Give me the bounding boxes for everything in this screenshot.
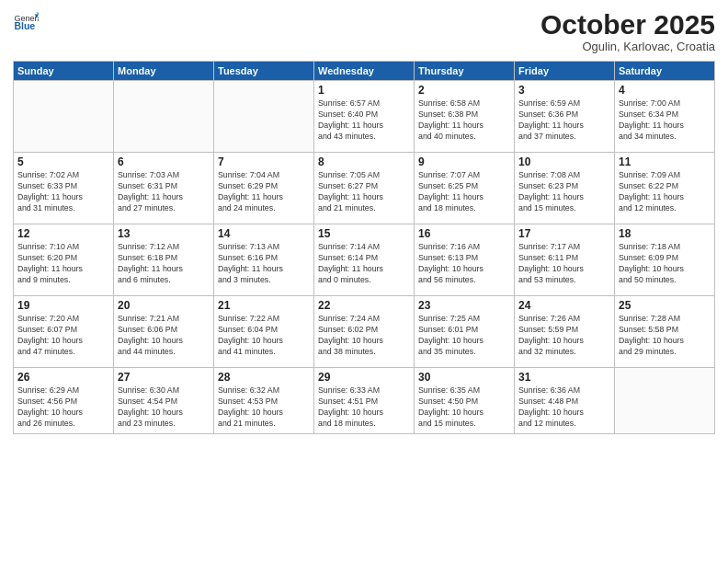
day-number: 28 xyxy=(218,371,310,384)
day-number: 17 xyxy=(518,227,610,240)
day-info: Sunrise: 7:09 AM Sunset: 6:22 PM Dayligh… xyxy=(619,170,711,214)
calendar-cell-w3-d5: 17Sunrise: 7:17 AM Sunset: 6:11 PM Dayli… xyxy=(515,224,615,296)
calendar-cell-w4-d0: 19Sunrise: 7:20 AM Sunset: 6:07 PM Dayli… xyxy=(14,296,114,368)
day-number: 18 xyxy=(619,227,711,240)
logo-icon: General Blue xyxy=(13,9,39,35)
day-number: 7 xyxy=(218,155,310,168)
day-number: 1 xyxy=(318,84,410,97)
day-number: 14 xyxy=(218,227,310,240)
day-info: Sunrise: 7:16 AM Sunset: 6:13 PM Dayligh… xyxy=(418,242,510,286)
day-info: Sunrise: 6:58 AM Sunset: 6:38 PM Dayligh… xyxy=(418,98,510,143)
calendar-cell-w2-d6: 11Sunrise: 7:09 AM Sunset: 6:22 PM Dayli… xyxy=(615,153,715,224)
calendar-cell-w2-d0: 5Sunrise: 7:02 AM Sunset: 6:33 PM Daylig… xyxy=(14,153,114,224)
day-number: 2 xyxy=(418,84,510,97)
calendar-cell-w2-d4: 9Sunrise: 7:07 AM Sunset: 6:25 PM Daylig… xyxy=(415,153,515,224)
title-block: October 2025 Ogulin, Karlovac, Croatia xyxy=(540,9,715,53)
calendar-cell-w1-d2 xyxy=(214,81,314,153)
day-number: 13 xyxy=(118,227,210,240)
calendar-week-2: 5Sunrise: 7:02 AM Sunset: 6:33 PM Daylig… xyxy=(14,153,715,224)
day-info: Sunrise: 7:02 AM Sunset: 6:33 PM Dayligh… xyxy=(17,170,109,214)
calendar-cell-w1-d6: 4Sunrise: 7:00 AM Sunset: 6:34 PM Daylig… xyxy=(615,81,715,153)
calendar-cell-w3-d1: 13Sunrise: 7:12 AM Sunset: 6:18 PM Dayli… xyxy=(114,224,214,296)
calendar-cell-w2-d5: 10Sunrise: 7:08 AM Sunset: 6:23 PM Dayli… xyxy=(515,153,615,224)
header: General Blue October 2025 Ogulin, Karlov… xyxy=(13,9,715,53)
day-number: 5 xyxy=(17,155,109,168)
header-friday: Friday xyxy=(515,62,615,81)
calendar-cell-w2-d2: 7Sunrise: 7:04 AM Sunset: 6:29 PM Daylig… xyxy=(214,153,314,224)
day-number: 29 xyxy=(318,371,410,384)
calendar-cell-w3-d3: 15Sunrise: 7:14 AM Sunset: 6:14 PM Dayli… xyxy=(314,224,415,296)
day-info: Sunrise: 6:36 AM Sunset: 4:48 PM Dayligh… xyxy=(518,385,610,430)
calendar-cell-w3-d4: 16Sunrise: 7:16 AM Sunset: 6:13 PM Dayli… xyxy=(415,224,515,296)
day-info: Sunrise: 7:07 AM Sunset: 6:25 PM Dayligh… xyxy=(418,170,510,214)
calendar-cell-w1-d3: 1Sunrise: 6:57 AM Sunset: 6:40 PM Daylig… xyxy=(314,81,415,153)
day-info: Sunrise: 7:12 AM Sunset: 6:18 PM Dayligh… xyxy=(118,242,210,286)
day-number: 30 xyxy=(418,371,510,384)
month-title: October 2025 xyxy=(540,9,715,40)
day-info: Sunrise: 7:03 AM Sunset: 6:31 PM Dayligh… xyxy=(118,170,210,214)
calendar-cell-w5-d0: 26Sunrise: 6:29 AM Sunset: 4:56 PM Dayli… xyxy=(14,368,114,434)
day-number: 10 xyxy=(518,155,610,168)
calendar-week-1: 1Sunrise: 6:57 AM Sunset: 6:40 PM Daylig… xyxy=(14,81,715,153)
calendar-cell-w1-d1 xyxy=(114,81,214,153)
day-info: Sunrise: 6:32 AM Sunset: 4:53 PM Dayligh… xyxy=(218,385,310,430)
day-number: 3 xyxy=(518,84,610,97)
day-info: Sunrise: 7:05 AM Sunset: 6:27 PM Dayligh… xyxy=(318,170,410,214)
day-number: 9 xyxy=(418,155,510,168)
day-info: Sunrise: 7:28 AM Sunset: 5:58 PM Dayligh… xyxy=(619,314,711,358)
calendar-cell-w5-d2: 28Sunrise: 6:32 AM Sunset: 4:53 PM Dayli… xyxy=(214,368,314,434)
weekday-header-row: Sunday Monday Tuesday Wednesday Thursday… xyxy=(14,62,715,81)
calendar-cell-w3-d0: 12Sunrise: 7:10 AM Sunset: 6:20 PM Dayli… xyxy=(14,224,114,296)
calendar-cell-w5-d6 xyxy=(615,368,715,434)
svg-text:Blue: Blue xyxy=(14,20,35,31)
day-number: 24 xyxy=(518,299,610,312)
calendar-week-4: 19Sunrise: 7:20 AM Sunset: 6:07 PM Dayli… xyxy=(14,296,715,368)
day-info: Sunrise: 7:17 AM Sunset: 6:11 PM Dayligh… xyxy=(518,242,610,286)
day-info: Sunrise: 6:59 AM Sunset: 6:36 PM Dayligh… xyxy=(518,98,610,143)
day-info: Sunrise: 7:14 AM Sunset: 6:14 PM Dayligh… xyxy=(318,242,410,286)
day-number: 11 xyxy=(619,155,711,168)
day-info: Sunrise: 7:00 AM Sunset: 6:34 PM Dayligh… xyxy=(619,98,711,143)
calendar-week-5: 26Sunrise: 6:29 AM Sunset: 4:56 PM Dayli… xyxy=(14,368,715,434)
day-info: Sunrise: 7:04 AM Sunset: 6:29 PM Dayligh… xyxy=(218,170,310,214)
calendar-cell-w3-d2: 14Sunrise: 7:13 AM Sunset: 6:16 PM Dayli… xyxy=(214,224,314,296)
calendar-cell-w4-d3: 22Sunrise: 7:24 AM Sunset: 6:02 PM Dayli… xyxy=(314,296,415,368)
day-number: 31 xyxy=(518,371,610,384)
calendar-cell-w4-d4: 23Sunrise: 7:25 AM Sunset: 6:01 PM Dayli… xyxy=(415,296,515,368)
calendar-cell-w2-d1: 6Sunrise: 7:03 AM Sunset: 6:31 PM Daylig… xyxy=(114,153,214,224)
day-number: 8 xyxy=(318,155,410,168)
calendar-cell-w3-d6: 18Sunrise: 7:18 AM Sunset: 6:09 PM Dayli… xyxy=(615,224,715,296)
calendar-cell-w4-d2: 21Sunrise: 7:22 AM Sunset: 6:04 PM Dayli… xyxy=(214,296,314,368)
calendar-week-3: 12Sunrise: 7:10 AM Sunset: 6:20 PM Dayli… xyxy=(14,224,715,296)
day-number: 6 xyxy=(118,155,210,168)
calendar-cell-w2-d3: 8Sunrise: 7:05 AM Sunset: 6:27 PM Daylig… xyxy=(314,153,415,224)
day-info: Sunrise: 7:25 AM Sunset: 6:01 PM Dayligh… xyxy=(418,314,510,358)
day-number: 26 xyxy=(17,371,109,384)
day-info: Sunrise: 6:30 AM Sunset: 4:54 PM Dayligh… xyxy=(118,385,210,430)
day-info: Sunrise: 7:20 AM Sunset: 6:07 PM Dayligh… xyxy=(17,314,109,358)
header-monday: Monday xyxy=(114,62,214,81)
calendar-cell-w1-d5: 3Sunrise: 6:59 AM Sunset: 6:36 PM Daylig… xyxy=(515,81,615,153)
location-subtitle: Ogulin, Karlovac, Croatia xyxy=(540,40,715,53)
calendar-cell-w5-d1: 27Sunrise: 6:30 AM Sunset: 4:54 PM Dayli… xyxy=(114,368,214,434)
day-number: 16 xyxy=(418,227,510,240)
day-info: Sunrise: 7:24 AM Sunset: 6:02 PM Dayligh… xyxy=(318,314,410,358)
day-info: Sunrise: 6:57 AM Sunset: 6:40 PM Dayligh… xyxy=(318,98,410,143)
header-thursday: Thursday xyxy=(415,62,515,81)
calendar-cell-w1-d4: 2Sunrise: 6:58 AM Sunset: 6:38 PM Daylig… xyxy=(415,81,515,153)
calendar-cell-w1-d0 xyxy=(14,81,114,153)
day-number: 12 xyxy=(17,227,109,240)
day-info: Sunrise: 7:21 AM Sunset: 6:06 PM Dayligh… xyxy=(118,314,210,358)
day-number: 15 xyxy=(318,227,410,240)
day-number: 23 xyxy=(418,299,510,312)
page-container: General Blue October 2025 Ogulin, Karlov… xyxy=(0,0,728,563)
header-sunday: Sunday xyxy=(14,62,114,81)
day-number: 21 xyxy=(218,299,310,312)
day-number: 27 xyxy=(118,371,210,384)
header-saturday: Saturday xyxy=(615,62,715,81)
header-tuesday: Tuesday xyxy=(214,62,314,81)
day-info: Sunrise: 7:22 AM Sunset: 6:04 PM Dayligh… xyxy=(218,314,310,358)
calendar-cell-w4-d1: 20Sunrise: 7:21 AM Sunset: 6:06 PM Dayli… xyxy=(114,296,214,368)
calendar-cell-w5-d3: 29Sunrise: 6:33 AM Sunset: 4:51 PM Dayli… xyxy=(314,368,415,434)
day-info: Sunrise: 7:08 AM Sunset: 6:23 PM Dayligh… xyxy=(518,170,610,214)
